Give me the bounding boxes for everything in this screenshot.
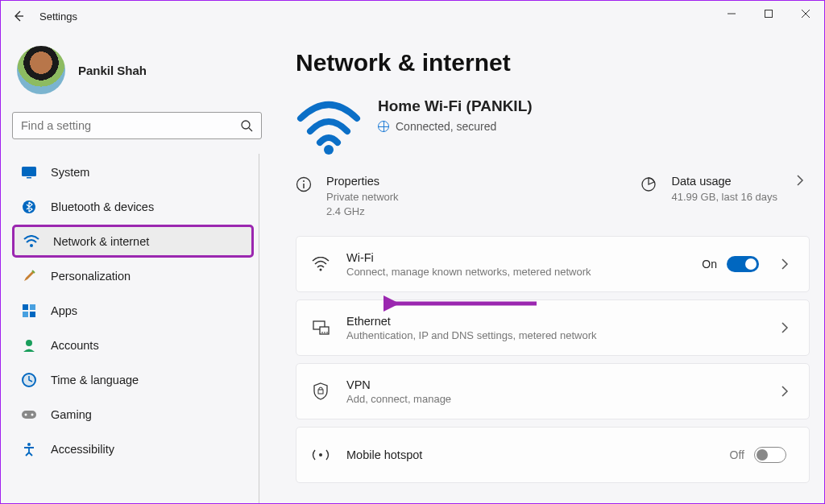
sidebar-item-label: System — [51, 166, 89, 179]
data-usage-link[interactable]: Data usage 41.99 GB, last 16 days — [641, 175, 777, 204]
svg-rect-13 — [22, 411, 36, 419]
nav-list: System Bluetooth & devices Network & int… — [12, 154, 259, 503]
svg-point-10 — [26, 340, 32, 346]
search-box[interactable] — [12, 112, 262, 139]
search-input[interactable] — [21, 119, 240, 132]
card-title: Ethernet — [346, 315, 767, 328]
close-button[interactable] — [787, 1, 824, 27]
sidebar-item-label: Personalization — [51, 270, 131, 283]
sidebar-item-bluetooth[interactable]: Bluetooth & devices — [12, 190, 254, 223]
card-title: Mobile hotspot — [346, 448, 730, 461]
svg-rect-8 — [23, 312, 28, 317]
sidebar-item-gaming[interactable]: Gaming — [12, 398, 254, 431]
card-title: Wi-Fi — [346, 251, 702, 264]
hotspot-toggle-state: Off — [730, 448, 744, 461]
globe-icon — [378, 121, 389, 132]
svg-rect-23 — [320, 327, 329, 334]
properties-sub: Private network 2.4 GHz — [326, 190, 399, 218]
person-icon — [20, 337, 38, 354]
svg-rect-6 — [23, 304, 28, 310]
profile-block[interactable]: Pankil Shah — [17, 46, 259, 94]
sidebar-item-label: Time & language — [51, 374, 139, 386]
network-name: Home Wi-Fi (PANKIL) — [378, 97, 533, 115]
svg-rect-7 — [30, 304, 35, 310]
shield-icon — [311, 382, 330, 401]
svg-point-12 — [23, 374, 35, 386]
card-wifi[interactable]: Wi-Fi Connect, manage known networks, me… — [296, 236, 810, 292]
svg-rect-3 — [27, 177, 31, 179]
svg-point-19 — [303, 180, 305, 182]
card-subtitle: Connect, manage known networks, metered … — [346, 266, 702, 278]
properties-row: Properties Private network 2.4 GHz Data … — [296, 175, 810, 218]
data-usage-label: Data usage — [671, 175, 777, 188]
info-icon — [296, 176, 313, 194]
ethernet-icon — [311, 318, 330, 337]
page-title: Network & internet — [296, 49, 810, 76]
card-title: VPN — [346, 378, 767, 391]
apps-icon — [20, 302, 38, 320]
search-icon — [240, 119, 253, 132]
wifi-icon — [311, 254, 330, 274]
properties-link[interactable]: Properties Private network 2.4 GHz — [296, 175, 641, 218]
sidebar-item-label: Bluetooth & devices — [51, 200, 154, 213]
card-subtitle: Authentication, IP and DNS settings, met… — [346, 329, 767, 341]
wifi-toggle[interactable] — [727, 256, 759, 272]
svg-point-21 — [320, 269, 322, 271]
clock-icon — [20, 371, 38, 389]
sidebar: Pankil Shah System Bluetooth & devices N… — [1, 31, 267, 503]
wifi-icon — [23, 233, 40, 250]
minimize-button[interactable] — [713, 1, 750, 27]
chevron-right-icon — [775, 386, 794, 397]
svg-point-25 — [319, 453, 322, 456]
system-icon — [20, 163, 38, 181]
hotspot-icon — [311, 445, 330, 465]
sidebar-item-label: Apps — [51, 304, 77, 317]
maximize-button[interactable] — [750, 1, 787, 27]
card-hotspot[interactable]: Mobile hotspot Off — [296, 427, 810, 483]
card-subtitle: Add, connect, manage — [346, 393, 767, 405]
network-header: Home Wi-Fi (PANKIL) Connected, secured — [296, 97, 810, 155]
bluetooth-icon — [20, 198, 38, 216]
chevron-right-icon — [775, 258, 794, 270]
main-panel: Network & internet Home Wi-Fi (PANKIL) C… — [267, 31, 824, 503]
sidebar-item-accessibility[interactable]: Accessibility — [12, 432, 254, 465]
sidebar-item-apps[interactable]: Apps — [12, 294, 254, 327]
paintbrush-icon — [20, 267, 38, 285]
data-usage-icon — [641, 176, 658, 194]
titlebar: Settings — [1, 1, 824, 31]
accessibility-icon — [20, 440, 38, 458]
chevron-right-icon — [790, 175, 810, 186]
svg-point-5 — [30, 244, 33, 247]
sidebar-item-network[interactable]: Network & internet — [12, 225, 254, 258]
sidebar-item-accounts[interactable]: Accounts — [12, 328, 254, 361]
card-ethernet[interactable]: Ethernet Authentication, IP and DNS sett… — [296, 300, 810, 356]
avatar — [17, 46, 65, 94]
svg-point-1 — [242, 121, 250, 129]
window-title: Settings — [39, 10, 77, 23]
svg-point-16 — [27, 443, 31, 446]
sidebar-item-label: Gaming — [51, 408, 92, 421]
sidebar-item-time[interactable]: Time & language — [12, 363, 254, 396]
svg-rect-9 — [30, 312, 35, 317]
sidebar-item-label: Accounts — [51, 339, 99, 352]
svg-rect-0 — [765, 10, 773, 18]
properties-label: Properties — [326, 175, 399, 188]
card-vpn[interactable]: VPN Add, connect, manage — [296, 363, 810, 419]
sidebar-item-personalization[interactable]: Personalization — [12, 259, 254, 292]
sidebar-item-label: Accessibility — [51, 443, 114, 456]
svg-rect-24 — [318, 390, 323, 394]
network-status: Connected, secured — [378, 120, 533, 133]
sidebar-item-label: Network & internet — [53, 235, 149, 248]
chevron-right-icon — [775, 322, 794, 333]
svg-rect-2 — [22, 167, 36, 176]
gamepad-icon — [20, 406, 38, 423]
back-button[interactable] — [9, 6, 28, 26]
svg-point-14 — [25, 413, 27, 415]
hotspot-toggle[interactable] — [754, 447, 786, 463]
profile-name: Pankil Shah — [78, 64, 147, 77]
wifi-toggle-state: On — [702, 258, 717, 271]
data-usage-sub: 41.99 GB, last 16 days — [671, 190, 777, 204]
svg-point-15 — [31, 413, 34, 415]
wifi-large-icon — [296, 99, 362, 155]
sidebar-item-system[interactable]: System — [12, 155, 254, 188]
